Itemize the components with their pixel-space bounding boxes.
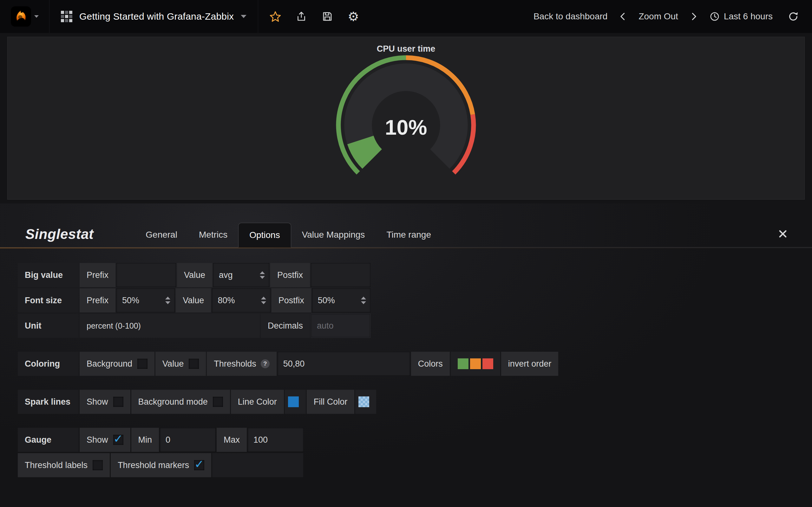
gauge-min-input[interactable]: [160, 428, 216, 452]
singlestat-panel: CPU user time 10%: [7, 37, 805, 200]
font-size-row: Font size Prefix 50% Value 80% Postfix 5…: [18, 288, 370, 313]
select-arrows-icon: [361, 297, 366, 304]
star-button[interactable]: [264, 6, 286, 27]
save-button[interactable]: [316, 6, 338, 27]
background-checkbox[interactable]: [137, 359, 148, 369]
tab-options[interactable]: Options: [238, 223, 291, 247]
line-color-cell: [285, 390, 306, 414]
panel-title[interactable]: CPU user time: [8, 37, 804, 54]
line-color-swatch[interactable]: [288, 396, 299, 407]
gauge-options-group: Gauge Show Min Max Threshold labels: [18, 428, 303, 477]
options-form: Big value Prefix Value avg Postfix Font …: [0, 248, 812, 477]
unit-value-button[interactable]: percent (0-100): [80, 314, 260, 338]
selected-stat: avg: [219, 270, 233, 280]
spark-background-mode-toggle: Background mode: [131, 390, 230, 414]
postfix-label: Postfix: [270, 263, 310, 287]
green-color-swatch[interactable]: [458, 358, 468, 369]
threshold-colors-cell: [451, 352, 500, 376]
big-value-postfix-input[interactable]: [311, 263, 370, 287]
editor-tabs: General Metrics Options Value Mappings T…: [135, 222, 442, 247]
color-swatches: [458, 358, 493, 369]
threshold-labels-label: Threshold labels: [25, 460, 88, 470]
show-label: Show: [87, 435, 108, 445]
settings-gear-button[interactable]: ⚙: [343, 6, 364, 27]
line-color-label: Line Color: [231, 390, 284, 414]
caret-down-icon: [241, 15, 247, 18]
threshold-labels-checkbox[interactable]: [93, 460, 103, 470]
big-value-stat-select[interactable]: avg: [213, 263, 269, 287]
dashboard-title: Getting Started with Grafana-Zabbix: [79, 11, 234, 22]
value-font-size-select[interactable]: 80%: [212, 288, 270, 313]
zoom-out-button[interactable]: Zoom Out: [639, 11, 678, 21]
dashboard-grid-icon: [61, 11, 72, 22]
fill-color-label: Fill Color: [307, 390, 355, 414]
gauge-chart: 10%: [334, 53, 478, 198]
big-value-row: Big value Prefix Value avg Postfix: [18, 263, 370, 287]
thresholds-input[interactable]: [277, 352, 410, 376]
font-size-label: Font size: [18, 288, 79, 313]
select-arrows-icon: [260, 271, 265, 279]
threshold-markers-label: Threshold markers: [118, 460, 189, 470]
spark-lines-group: Spark lines Show Background mode Line Co…: [18, 390, 812, 414]
time-shift-back-button[interactable]: [618, 12, 628, 21]
tab-time-range[interactable]: Time range: [375, 222, 442, 247]
filler-cell: [212, 453, 303, 477]
prefix-font-size-select[interactable]: 50%: [116, 288, 175, 313]
invert-order-button[interactable]: invert order: [501, 352, 559, 376]
min-label: Min: [131, 428, 159, 452]
value-label: Value: [162, 359, 184, 369]
background-mode-checkbox[interactable]: [213, 397, 223, 407]
gauge-show-checkbox[interactable]: [113, 435, 123, 445]
background-label: Background: [87, 359, 132, 369]
select-arrows-icon: [165, 297, 170, 304]
navbar-time-controls: Back to dashboard Zoom Out Last 6 hours: [534, 11, 812, 22]
grafana-logo-icon: [11, 6, 31, 26]
big-value-prefix-input[interactable]: [116, 263, 176, 287]
dashboard-title-button[interactable]: Getting Started with Grafana-Zabbix: [49, 0, 258, 33]
top-navbar: Getting Started with Grafana-Zabbix: [0, 0, 812, 33]
fill-color-swatch[interactable]: [358, 396, 369, 407]
tab-value-mappings[interactable]: Value Mappings: [291, 222, 376, 247]
big-value-label: Big value: [18, 263, 79, 287]
time-range-label: Last 6 hours: [724, 11, 773, 21]
max-label: Max: [217, 428, 247, 452]
spark-show-checkbox[interactable]: [113, 397, 123, 407]
gear-icon: ⚙: [348, 10, 359, 23]
coloring-label: Coloring: [18, 352, 79, 376]
panel-editor: Singlestat General Metrics Options Value…: [0, 204, 812, 507]
gauge-value-text: 10%: [385, 116, 427, 139]
time-range-picker-button[interactable]: Last 6 hours: [709, 11, 773, 22]
refresh-button[interactable]: [788, 11, 799, 22]
editor-close-button[interactable]: [778, 229, 788, 247]
value-checkbox[interactable]: [189, 359, 199, 369]
unit-row: Unit percent (0-100) Decimals: [18, 314, 370, 338]
gauge-max-input[interactable]: [248, 428, 304, 452]
threshold-labels-toggle: Threshold labels: [18, 453, 110, 477]
navbar-actions: ⚙: [258, 6, 370, 27]
show-label: Show: [87, 397, 108, 407]
grafana-menu-button[interactable]: [0, 0, 49, 33]
decimals-input[interactable]: [311, 314, 370, 338]
tab-metrics[interactable]: Metrics: [188, 222, 238, 247]
spark-lines-row: Spark lines Show Background mode Line Co…: [18, 390, 812, 414]
orange-color-swatch[interactable]: [470, 358, 481, 369]
postfix-font-size-select[interactable]: 50%: [312, 288, 370, 313]
help-icon[interactable]: [261, 359, 270, 368]
value-options-group: Big value Prefix Value avg Postfix Font …: [18, 263, 370, 338]
gauge-label: Gauge: [18, 428, 79, 452]
unit-label: Unit: [18, 314, 79, 338]
back-to-dashboard-link[interactable]: Back to dashboard: [534, 11, 608, 21]
gauge-value-arc: [360, 140, 372, 159]
threshold-markers-checkbox[interactable]: [194, 460, 204, 470]
fill-color-cell: [355, 390, 376, 414]
value-label: Value: [176, 288, 211, 313]
thresholds-label-cell: Thresholds: [207, 352, 276, 376]
prefix-label: Prefix: [80, 288, 115, 313]
red-color-swatch[interactable]: [483, 358, 493, 369]
tab-general[interactable]: General: [135, 222, 188, 247]
time-shift-forward-button[interactable]: [689, 12, 699, 21]
close-icon: [778, 229, 788, 239]
share-button[interactable]: [291, 6, 312, 27]
spark-lines-label: Spark lines: [18, 390, 79, 414]
selected-postfix-size: 50%: [318, 296, 335, 305]
